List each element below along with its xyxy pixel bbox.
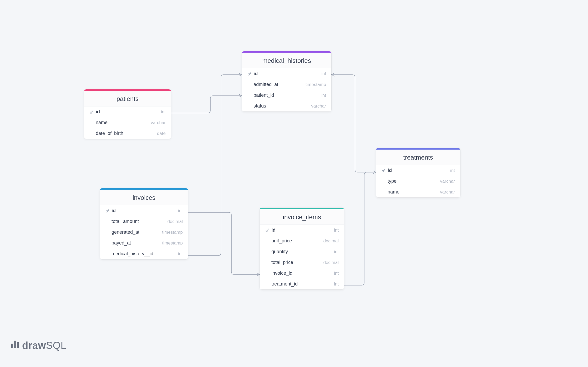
table-column[interactable]: patient_idint xyxy=(242,90,331,101)
table-medical_histories[interactable]: medical_historiesidintadmitted_attimesta… xyxy=(242,51,331,111)
column-name: id xyxy=(254,71,258,77)
key-icon xyxy=(247,72,252,76)
table-column[interactable]: idint xyxy=(84,106,171,117)
column-type: timestamp xyxy=(162,230,183,235)
table-title: invoice_items xyxy=(260,209,344,225)
table-rows: idintunit_pricedecimalquantityinttotal_p… xyxy=(260,225,344,289)
table-invoices[interactable]: invoicesidinttotal_amountdecimalgenerate… xyxy=(100,188,188,259)
table-column[interactable]: payed_attimestamp xyxy=(100,238,188,248)
column-name: type xyxy=(388,179,397,184)
diagram-canvas[interactable]: patientsidintnamevarchardate_of_birthdat… xyxy=(0,0,588,367)
column-name: payed_at xyxy=(111,240,131,246)
table-title: patients xyxy=(84,91,171,106)
column-name: id xyxy=(388,168,392,173)
column-type: int xyxy=(321,71,326,77)
table-column[interactable]: idint xyxy=(260,225,344,236)
table-column[interactable]: namevarchar xyxy=(84,117,171,128)
column-type: int xyxy=(334,282,339,287)
table-column[interactable]: medical_history__idint xyxy=(100,248,188,259)
column-name: admitted_at xyxy=(254,82,278,87)
column-type: timestamp xyxy=(162,241,183,246)
column-type: int xyxy=(334,249,339,254)
column-name: treatment_id xyxy=(271,281,298,287)
key-icon xyxy=(381,168,386,173)
svg-rect-7 xyxy=(17,342,19,348)
table-column[interactable]: total_amountdecimal xyxy=(100,216,188,227)
table-column[interactable]: statusvarchar xyxy=(242,101,331,111)
key-icon xyxy=(105,208,110,213)
table-rows: idinttotal_amountdecimalgenerated_attime… xyxy=(100,205,188,259)
column-type: varchar xyxy=(151,120,166,125)
column-name: name xyxy=(96,120,108,125)
column-type: int xyxy=(178,208,183,213)
column-name: id xyxy=(111,208,116,213)
table-title: invoices xyxy=(100,190,188,205)
column-type: int xyxy=(334,271,339,276)
table-column[interactable]: generated_attimestamp xyxy=(100,227,188,238)
column-name: patient_id xyxy=(254,93,274,98)
table-column[interactable]: admitted_attimestamp xyxy=(242,79,331,90)
table-column[interactable]: idint xyxy=(376,165,460,176)
column-type: int xyxy=(450,168,455,173)
table-patients[interactable]: patientsidintnamevarchardate_of_birthdat… xyxy=(84,89,171,139)
column-type: int xyxy=(321,93,326,98)
key-icon xyxy=(89,110,94,114)
column-type: varchar xyxy=(440,190,455,195)
column-type: decimal xyxy=(167,219,183,224)
table-column[interactable]: date_of_birthdate xyxy=(84,128,171,139)
table-column[interactable]: treatment_idint xyxy=(260,279,344,289)
column-name: invoice_id xyxy=(271,271,292,276)
column-type: decimal xyxy=(323,238,339,244)
column-name: id xyxy=(96,109,100,115)
column-type: int xyxy=(161,109,166,115)
column-type: decimal xyxy=(323,260,339,265)
column-name: quantity xyxy=(271,249,288,254)
key-icon xyxy=(265,228,270,233)
table-treatments[interactable]: treatmentsidinttypevarcharnamevarchar xyxy=(376,148,460,197)
table-column[interactable]: unit_pricedecimal xyxy=(260,236,344,246)
column-name: status xyxy=(254,103,266,109)
table-column[interactable]: idint xyxy=(100,205,188,216)
table-rows: idintnamevarchardate_of_birthdate xyxy=(84,106,171,139)
column-name: total_amount xyxy=(111,219,139,224)
table-column[interactable]: total_pricedecimal xyxy=(260,257,344,268)
logo: drawSQL xyxy=(11,340,66,351)
column-name: generated_at xyxy=(111,230,139,235)
column-type: timestamp xyxy=(306,82,326,87)
column-name: name xyxy=(388,189,399,195)
table-column[interactable]: quantityint xyxy=(260,246,344,257)
logo-icon xyxy=(11,340,19,349)
svg-rect-5 xyxy=(11,344,13,348)
column-name: date_of_birth xyxy=(96,131,123,136)
table-invoice_items[interactable]: invoice_itemsidintunit_pricedecimalquant… xyxy=(260,208,344,289)
column-type: varchar xyxy=(440,179,455,184)
table-column[interactable]: namevarchar xyxy=(376,187,460,197)
column-name: total_price xyxy=(271,260,293,265)
column-type: int xyxy=(178,251,183,257)
table-title: treatments xyxy=(376,150,460,165)
column-name: id xyxy=(271,227,276,233)
table-column[interactable]: typevarchar xyxy=(376,176,460,187)
column-type: date xyxy=(157,131,166,136)
table-title: medical_histories xyxy=(242,53,331,68)
table-column[interactable]: invoice_idint xyxy=(260,268,344,279)
svg-rect-6 xyxy=(14,341,16,348)
logo-text: drawSQL xyxy=(22,340,66,351)
column-type: int xyxy=(334,228,339,233)
column-name: medical_history__id xyxy=(111,251,153,257)
column-type: varchar xyxy=(311,104,326,109)
table-rows: idintadmitted_attimestamppatient_idintst… xyxy=(242,68,331,111)
table-rows: idinttypevarcharnamevarchar xyxy=(376,165,460,197)
table-column[interactable]: idint xyxy=(242,68,331,79)
column-name: unit_price xyxy=(271,238,292,244)
